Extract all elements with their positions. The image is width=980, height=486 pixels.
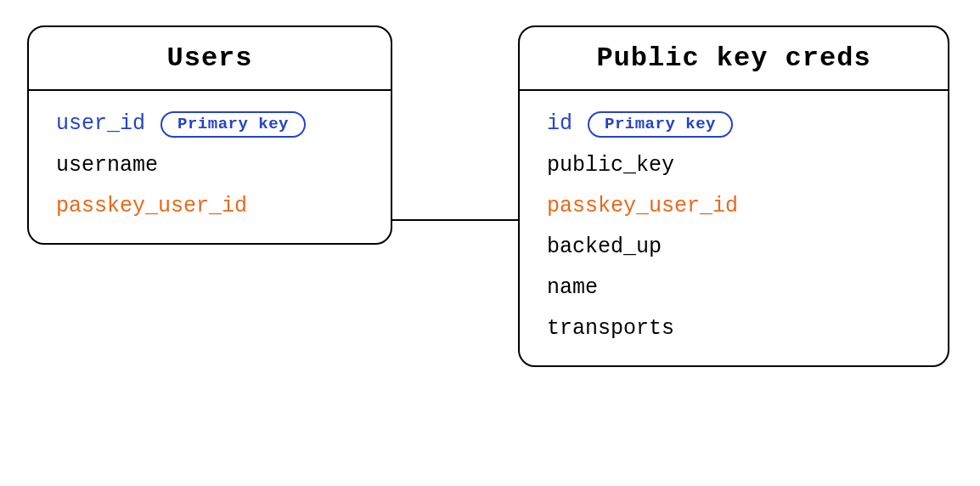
entity-creds-title: Public key creds: [537, 42, 931, 74]
field-row: passkey_user_id: [56, 194, 363, 219]
field-row: id Primary key: [547, 111, 921, 138]
field-id: id: [547, 111, 572, 137]
field-row: transports: [547, 316, 921, 342]
entity-creds-header: Public key creds: [520, 27, 948, 91]
relationship-connector: [392, 219, 518, 221]
field-username: username: [56, 153, 158, 178]
field-row: passkey_user_id: [547, 194, 921, 219]
field-passkey-user-id: passkey_user_id: [56, 194, 247, 219]
field-name: name: [547, 275, 598, 301]
primary-key-badge: Primary key: [161, 111, 306, 138]
entity-users-header: Users: [29, 27, 391, 91]
field-backed-up: backed_up: [547, 235, 662, 260]
field-public-key: public_key: [547, 153, 674, 178]
entity-public-key-creds: Public key creds id Primary key public_k…: [518, 25, 949, 367]
field-row: user_id Primary key: [56, 111, 363, 138]
field-row: backed_up: [547, 235, 921, 260]
field-user-id: user_id: [56, 111, 145, 137]
field-row: name: [547, 275, 921, 301]
field-row: public_key: [547, 153, 921, 178]
entity-users-body: user_id Primary key username passkey_use…: [29, 91, 391, 243]
entity-users-title: Users: [46, 42, 374, 74]
primary-key-badge: Primary key: [588, 111, 733, 138]
field-passkey-user-id: passkey_user_id: [547, 194, 738, 219]
field-row: username: [56, 153, 363, 178]
field-transports: transports: [547, 316, 674, 342]
entity-users: Users user_id Primary key username passk…: [27, 25, 392, 245]
entity-creds-body: id Primary key public_key passkey_user_i…: [520, 91, 948, 365]
